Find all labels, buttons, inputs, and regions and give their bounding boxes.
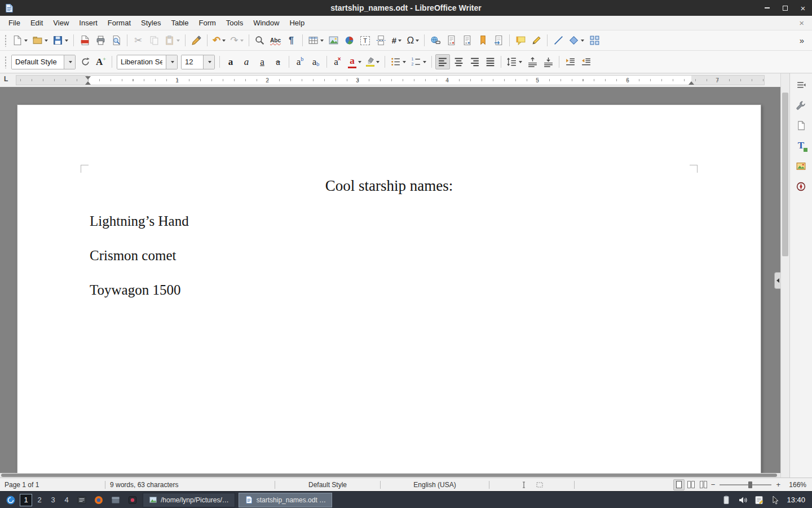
font-name-dropdown-button[interactable] [166, 55, 177, 69]
workspace-3-button[interactable]: 3 [47, 494, 59, 506]
tab-stop-type-selector[interactable]: L [4, 76, 8, 82]
print-preview-button[interactable] [109, 33, 123, 48]
ruler-strip[interactable]: 1 2 3 4 5 6 7 [16, 75, 765, 85]
clone-formatting-button[interactable] [189, 33, 204, 48]
align-center-button[interactable] [451, 54, 466, 69]
align-right-button[interactable] [467, 54, 482, 69]
clock[interactable]: 13:40 [787, 496, 805, 504]
insert-chart-button[interactable] [342, 33, 357, 48]
superscript-button[interactable]: ab [293, 54, 307, 69]
menu-file[interactable]: File [3, 16, 25, 29]
page-style-status[interactable]: Default Style [275, 478, 380, 491]
first-line-indent-marker[interactable] [85, 76, 91, 80]
menu-styles[interactable]: Styles [136, 16, 166, 29]
italic-button[interactable]: a [239, 54, 254, 69]
volume-icon[interactable] [738, 495, 748, 505]
vertical-scrollbar-thumb[interactable] [782, 93, 788, 256]
ordered-list-button[interactable]: 12 [409, 54, 428, 69]
launcher-file-manager[interactable] [108, 493, 123, 507]
new-style-button[interactable]: A+ [94, 54, 108, 69]
clipboard-tray-icon[interactable] [721, 495, 731, 505]
workspace-2-button[interactable]: 2 [33, 494, 46, 506]
horizontal-ruler[interactable]: L 1 2 3 4 5 6 7 [0, 73, 780, 87]
text-area[interactable]: Cool starship names: Lightning’s Hand Cr… [17, 105, 761, 300]
sidebar-page-button[interactable] [792, 116, 810, 134]
doc-paragraph[interactable]: Lightning’s Hand [90, 212, 689, 231]
launcher-firefox[interactable] [91, 493, 106, 507]
unordered-list-button[interactable] [389, 54, 408, 69]
menubar-close-button[interactable]: × [795, 18, 809, 28]
spelling-button[interactable]: Abc [268, 33, 283, 48]
menu-view[interactable]: View [48, 16, 74, 29]
menu-edit[interactable]: Edit [25, 16, 48, 29]
line-spacing-button[interactable] [505, 54, 524, 69]
sidebar-styles-button[interactable]: T [792, 137, 810, 155]
page-number-status[interactable]: Page 1 of 1 [0, 478, 105, 491]
sidebar-gallery-button[interactable] [792, 157, 810, 175]
font-size-dropdown-button[interactable] [203, 55, 214, 69]
sidebar-settings-button[interactable] [792, 76, 810, 94]
align-left-button[interactable] [435, 54, 450, 69]
export-pdf-button[interactable] [77, 33, 92, 48]
launcher-media-app[interactable] [125, 493, 140, 507]
doc-paragraph[interactable]: Toywagon 1500 [90, 281, 689, 300]
zoom-in-button[interactable]: + [775, 480, 782, 489]
paste-button[interactable] [162, 33, 182, 48]
show-draw-functions-button[interactable] [587, 33, 602, 48]
zoom-slider-thumb[interactable] [748, 481, 752, 488]
applications-menu-button[interactable] [4, 493, 17, 507]
hide-sidebar-button[interactable] [774, 272, 780, 289]
insert-image-button[interactable] [326, 33, 341, 48]
insert-cross-reference-button[interactable] [491, 33, 506, 48]
minimize-button[interactable] [762, 3, 771, 12]
open-button[interactable] [30, 33, 50, 48]
paragraph-style-input[interactable] [12, 55, 64, 69]
doc-heading[interactable]: Cool starship names: [90, 176, 689, 196]
single-page-view-button[interactable] [673, 479, 685, 491]
restore-button[interactable] [780, 3, 789, 12]
underline-button[interactable]: a [255, 54, 270, 69]
menu-window[interactable]: Window [248, 16, 284, 29]
sidebar-properties-button[interactable] [792, 96, 810, 114]
highlight-color-button[interactable] [364, 54, 381, 69]
redo-button[interactable]: ↷ [228, 33, 245, 48]
strikethrough-button[interactable]: a [271, 54, 285, 69]
taskbar-window-writer[interactable]: startship_names.odt … [239, 493, 332, 507]
formatting-marks-button[interactable]: ¶ [284, 33, 299, 48]
menu-table[interactable]: Table [166, 16, 193, 29]
cut-button[interactable]: ✂ [131, 33, 145, 48]
language-status[interactable]: English (USA) [381, 478, 489, 491]
vertical-scrollbar[interactable] [780, 73, 789, 478]
track-changes-button[interactable] [529, 33, 544, 48]
left-indent-marker[interactable] [85, 81, 91, 85]
increase-indent-button[interactable] [563, 54, 577, 69]
toolbar-overflow-button[interactable]: » [795, 33, 809, 48]
undo-button[interactable]: ↶ [211, 33, 227, 48]
selection-mode-icon[interactable] [536, 481, 544, 489]
book-view-button[interactable] [698, 479, 709, 491]
insert-line-button[interactable] [551, 33, 566, 48]
update-style-button[interactable] [78, 54, 92, 69]
new-document-button[interactable] [10, 33, 29, 48]
horizontal-scrollbar[interactable] [0, 473, 780, 478]
workspace-4-button[interactable]: 4 [60, 494, 73, 506]
insert-field-button[interactable]: # [390, 33, 404, 48]
find-replace-button[interactable] [253, 33, 267, 48]
justify-button[interactable] [483, 54, 497, 69]
insert-mode-icon[interactable] [520, 481, 528, 489]
taskbar-window-pictures[interactable]: /home/lynp/Pictures/… [143, 493, 235, 507]
insert-bookmark-button[interactable] [475, 33, 490, 48]
multi-page-view-button[interactable] [686, 479, 697, 491]
increase-paragraph-spacing-button[interactable] [525, 54, 540, 69]
launcher-terminal[interactable] [74, 493, 89, 507]
insert-page-break-button[interactable] [374, 33, 389, 48]
paragraph-style-dropdown-button[interactable] [64, 55, 75, 69]
insert-endnote-button[interactable] [460, 33, 474, 48]
menu-tools[interactable]: Tools [221, 16, 248, 29]
subscript-button[interactable]: ab [308, 54, 323, 69]
decrease-paragraph-spacing-button[interactable] [541, 54, 555, 69]
print-button[interactable] [93, 33, 108, 48]
zoom-slider[interactable] [720, 484, 771, 485]
right-indent-marker[interactable] [689, 81, 694, 85]
pointer-tray-icon[interactable] [770, 495, 780, 505]
